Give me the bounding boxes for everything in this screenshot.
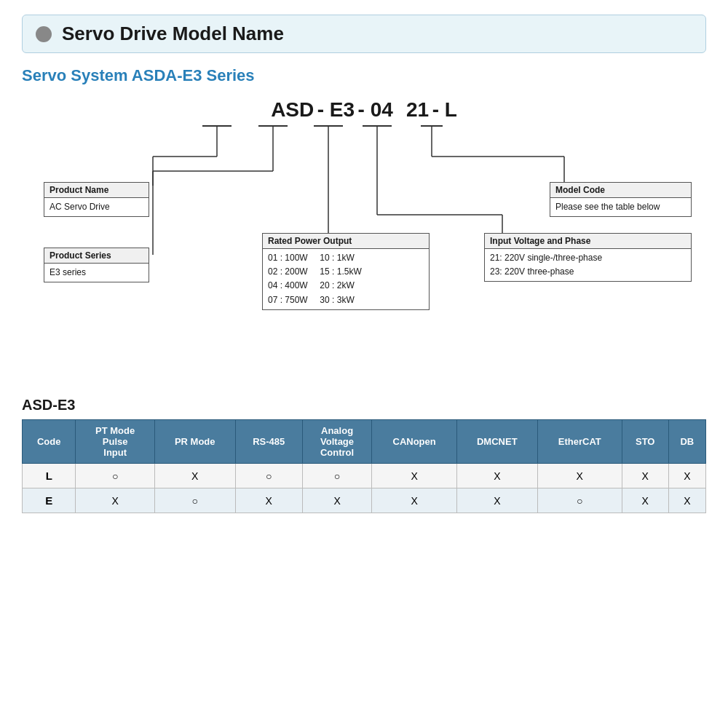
table-cell-1-3: X — [235, 488, 302, 513]
table-cell-1-2: ○ — [154, 488, 235, 513]
features-table: Code PT ModePulseInput PR Mode RS-485 An… — [22, 419, 706, 513]
col-dmcnet: DMCNET — [456, 420, 537, 464]
col-analog: AnalogVoltageControl — [302, 420, 372, 464]
product-series-content: E3 series — [44, 264, 149, 282]
col-code: Code — [23, 420, 76, 464]
table-cell-1-9: X — [668, 488, 705, 513]
table-cell-0-3: ○ — [235, 464, 302, 488]
rated-power-row-3: 04 : 400W 20 : 2kW — [268, 279, 424, 293]
rated-power-content: 01 : 100W 10 : 1kW 02 : 200W 15 : 1.5kW … — [263, 249, 429, 309]
input-voltage-box: Input Voltage and Phase 21: 220V single-… — [484, 233, 692, 282]
rated-power-row-1: 01 : 100W 10 : 1kW — [268, 251, 424, 265]
table-cell-1-6: X — [456, 488, 537, 513]
col-pr-mode: PR Mode — [154, 420, 235, 464]
model-code-header: Model Code — [550, 183, 691, 198]
product-series-header: Product Series — [44, 248, 149, 264]
product-series-box: Product Series E3 series — [44, 248, 149, 282]
col-pt-mode: PT ModePulseInput — [76, 420, 154, 464]
product-name-box: Product Name AC Servo Drive — [44, 182, 149, 217]
table-cell-0-4: ○ — [302, 464, 372, 488]
table-cell-0-0: L — [23, 464, 76, 488]
table-cell-0-5: X — [372, 464, 457, 488]
header-circle-icon — [36, 26, 52, 42]
input-voltage-row-1: 21: 220V single-/three-phase — [490, 251, 686, 265]
rated-power-box: Rated Power Output 01 : 100W 10 : 1kW 02… — [262, 233, 430, 310]
rated-power-row-4: 07 : 750W 30 : 3kW — [268, 293, 424, 307]
rated-power-row-2: 02 : 200W 15 : 1.5kW — [268, 265, 424, 279]
table-cell-1-5: X — [372, 488, 457, 513]
subtitle: Servo System ASDA-E3 Series — [22, 66, 706, 85]
product-name-content: AC Servo Drive — [44, 198, 149, 216]
table-cell-1-7: ○ — [537, 488, 622, 513]
model-code-content: Please see the table below — [550, 198, 691, 216]
table-cell-0-7: X — [537, 464, 622, 488]
table-cell-1-0: E — [23, 488, 76, 513]
table-section: ASD-E3 Code PT ModePulseInput PR Mode RS… — [22, 397, 706, 513]
header-title: Servo Drive Model Name — [62, 23, 284, 45]
rated-power-header: Rated Power Output — [263, 234, 429, 249]
table-cell-0-9: X — [668, 464, 705, 488]
table-cell-0-1: ○ — [76, 464, 154, 488]
table-cell-1-4: X — [302, 488, 372, 513]
header-bar: Servo Drive Model Name — [22, 15, 706, 53]
table-row: EX○XXXX○XX — [23, 488, 706, 513]
col-rs485: RS-485 — [235, 420, 302, 464]
model-diagram: ASD - E3 - 04 - 21 - L — [22, 98, 706, 382]
table-cell-1-8: X — [622, 488, 668, 513]
table-cell-1-1: X — [76, 488, 154, 513]
model-code-box: Model Code Please see the table below — [550, 182, 692, 217]
col-db: DB — [668, 420, 705, 464]
table-body: L○X○○XXXXXEX○XXXX○XX — [23, 464, 706, 513]
table-cell-0-2: X — [154, 464, 235, 488]
table-cell-0-6: X — [456, 464, 537, 488]
input-voltage-row-2: 23: 220V three-phase — [490, 265, 686, 279]
col-ethercat: EtherCAT — [537, 420, 622, 464]
table-cell-0-8: X — [622, 464, 668, 488]
product-name-header: Product Name — [44, 183, 149, 198]
input-voltage-content: 21: 220V single-/three-phase 23: 220V th… — [485, 249, 691, 281]
table-title: ASD-E3 — [22, 397, 706, 414]
input-voltage-header: Input Voltage and Phase — [485, 234, 691, 249]
table-row: L○X○○XXXXX — [23, 464, 706, 488]
col-canopen: CANopen — [372, 420, 457, 464]
col-sto: STO — [622, 420, 668, 464]
table-header-row: Code PT ModePulseInput PR Mode RS-485 An… — [23, 420, 706, 464]
